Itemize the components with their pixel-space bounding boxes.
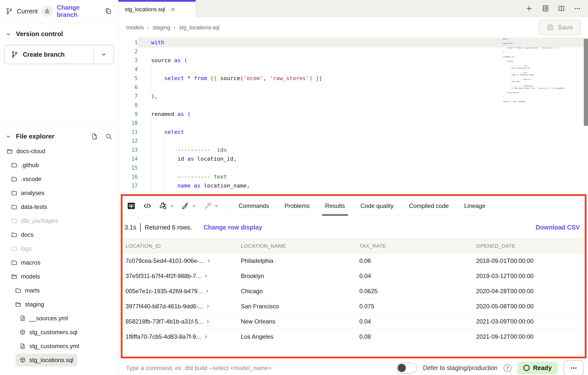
tree-item-models[interactable]: models bbox=[0, 270, 118, 283]
table-row: 858218fb-73f7-4b1b-a31f-5...New Orleans0… bbox=[123, 314, 585, 329]
code-line-12[interactable]: 12 bbox=[118, 137, 588, 145]
create-branch-dropdown[interactable] bbox=[94, 45, 114, 64]
code-line-9[interactable]: 9renamed as ( bbox=[118, 110, 588, 119]
create-branch-label: Create branch bbox=[23, 51, 65, 58]
tree-item-staging[interactable]: staging bbox=[0, 297, 118, 311]
column-header-location_name[interactable]: LOCATION_NAME bbox=[238, 243, 356, 249]
ready-ring-icon bbox=[523, 365, 530, 371]
ai-fix-dropdown[interactable] bbox=[204, 202, 219, 210]
tree-item--sources-yml[interactable]: __sources.yml bbox=[0, 311, 118, 325]
save-button[interactable]: Save bbox=[539, 20, 581, 35]
expand-cell-icon[interactable] bbox=[207, 259, 211, 263]
status-badge: Ready bbox=[517, 362, 558, 374]
panel-tab-lineage[interactable]: Lineage bbox=[464, 196, 485, 216]
line-number: 8 bbox=[118, 101, 138, 110]
create-branch-button[interactable]: Create branch bbox=[4, 45, 114, 64]
close-tab-icon[interactable] bbox=[170, 7, 176, 12]
code-line-17[interactable]: 17 name as location_name, bbox=[118, 181, 588, 190]
changelog-panel-icon[interactable] bbox=[541, 4, 549, 12]
more-options-icon[interactable] bbox=[574, 5, 581, 12]
change-row-display-link[interactable]: Change row display bbox=[204, 224, 262, 231]
tree-item-analyses[interactable]: analyses bbox=[0, 186, 118, 200]
tree-item--vscode[interactable]: .vscode bbox=[0, 172, 118, 186]
save-floppy-icon bbox=[546, 24, 554, 31]
tree-item-stg-customers-sql[interactable]: stg_customers.sql bbox=[0, 325, 118, 339]
copy-icon[interactable] bbox=[105, 7, 113, 15]
command-bar: Defer to staging/production ? Ready bbox=[118, 361, 588, 375]
panel-tab-commands[interactable]: Commands bbox=[239, 196, 269, 216]
panel-tab-compiled-code[interactable]: Compiled code bbox=[409, 196, 449, 216]
tree-item-data-tests[interactable]: data-tests bbox=[0, 200, 118, 214]
tree-item-docs-cloud[interactable]: docs-cloud bbox=[0, 144, 118, 158]
code-view-icon[interactable] bbox=[143, 201, 152, 210]
line-number: 15 bbox=[118, 163, 138, 172]
panel-tab-results[interactable]: Results bbox=[325, 196, 345, 216]
current-branch-label: Current bbox=[17, 8, 38, 15]
code-line-14[interactable]: 14 id as location_id, bbox=[118, 154, 588, 163]
code-line-11[interactable]: 11 select bbox=[118, 128, 588, 137]
tab-stg-locations[interactable]: stg_locations.sql bbox=[118, 0, 196, 17]
tree-item-label: dbt_packages bbox=[21, 217, 58, 224]
new-tab-icon[interactable] bbox=[525, 5, 533, 12]
breadcrumb-item[interactable]: staging bbox=[153, 24, 170, 31]
file-icon bbox=[19, 315, 26, 322]
tree-item-dbt-packages[interactable]: dbt_packages bbox=[0, 214, 118, 228]
tree-item-label: stg_locations.sql bbox=[29, 357, 73, 364]
tree-item-docs[interactable]: docs bbox=[0, 228, 118, 242]
column-header-location_id[interactable]: LOCATION_ID bbox=[123, 243, 238, 249]
code-line-13[interactable]: 13 ---------- ids bbox=[118, 145, 588, 154]
new-file-icon[interactable] bbox=[91, 133, 98, 140]
help-icon[interactable]: ? bbox=[504, 364, 511, 372]
breadcrumb-separator: › bbox=[147, 24, 149, 31]
tree-item-stg-customers-yml[interactable]: stg_customers.yml bbox=[0, 339, 118, 353]
results-header: LOCATION_IDLOCATION_NAMETAX_RATEOPENED_D… bbox=[123, 238, 585, 253]
code-line-10[interactable]: 10 bbox=[118, 119, 588, 128]
panel-tab-problems[interactable]: Problems bbox=[285, 196, 310, 216]
line-number: 7 bbox=[118, 92, 138, 101]
download-csv-link[interactable]: Download CSV bbox=[536, 224, 580, 231]
defer-label: Defer to staging/production bbox=[423, 364, 498, 372]
search-icon[interactable] bbox=[105, 133, 112, 140]
editor-scrollbar[interactable] bbox=[584, 39, 588, 126]
toolbar-divider bbox=[226, 200, 227, 212]
column-header-tax_rate[interactable]: TAX_RATE bbox=[356, 243, 473, 249]
split-editor-icon[interactable] bbox=[558, 5, 565, 12]
tree-item--github[interactable]: .github bbox=[0, 158, 118, 172]
expand-cell-icon[interactable] bbox=[204, 334, 208, 339]
sidebar: Current Change branch Version control bbox=[0, 0, 118, 375]
chevron-down-icon[interactable] bbox=[5, 134, 11, 140]
expand-cell-icon[interactable] bbox=[206, 304, 210, 309]
minimap[interactable]: withsource as ( select * from {{ source(… bbox=[503, 38, 565, 103]
column-header-opened_date[interactable]: OPENED_DATE bbox=[473, 243, 585, 249]
tree-item-marts[interactable]: marts bbox=[0, 283, 118, 297]
breadcrumb-item[interactable]: stg_locations.sql bbox=[179, 24, 220, 31]
expand-cell-icon[interactable] bbox=[206, 319, 210, 324]
code-editor[interactable]: 1with23source as (45 select * from {{ so… bbox=[118, 38, 588, 194]
file-icon bbox=[19, 343, 26, 349]
code-line-16[interactable]: 16 ---------- text bbox=[118, 172, 588, 181]
tree-item-stg-locations-sql[interactable]: stg_locations.sql bbox=[0, 353, 118, 367]
panel-tab-code-quality[interactable]: Code quality bbox=[360, 196, 393, 216]
file-tree: docs-cloud.github.vscodeanalysesdata-tes… bbox=[0, 144, 118, 367]
command-input[interactable] bbox=[126, 364, 396, 372]
table-row: 7c079cea-5ed4-4101-906e-...Philadelphia0… bbox=[123, 253, 585, 269]
table-view-icon[interactable] bbox=[126, 201, 136, 211]
code-line-15[interactable]: 15 bbox=[118, 163, 588, 172]
expand-cell-icon[interactable] bbox=[204, 274, 208, 278]
defer-toggle[interactable] bbox=[396, 363, 417, 374]
breadcrumb-item[interactable]: models bbox=[126, 24, 144, 31]
tree-item-logs[interactable]: logs bbox=[0, 242, 118, 256]
version-control-header[interactable]: Version control bbox=[0, 23, 118, 38]
statusbar-more-button[interactable] bbox=[564, 360, 584, 375]
folder-icon bbox=[11, 232, 17, 238]
line-number: 9 bbox=[118, 110, 138, 119]
build-tools-dropdown[interactable] bbox=[159, 202, 174, 210]
line-number: 2 bbox=[118, 47, 138, 56]
expand-cell-icon[interactable] bbox=[205, 289, 210, 293]
tree-item-label: models bbox=[21, 273, 40, 280]
change-branch-link[interactable]: Change branch bbox=[57, 4, 101, 18]
folder-icon bbox=[11, 259, 17, 266]
tree-item-macros[interactable]: macros bbox=[0, 256, 118, 270]
format-dropdown[interactable] bbox=[181, 202, 197, 210]
line-number: 14 bbox=[118, 154, 138, 163]
